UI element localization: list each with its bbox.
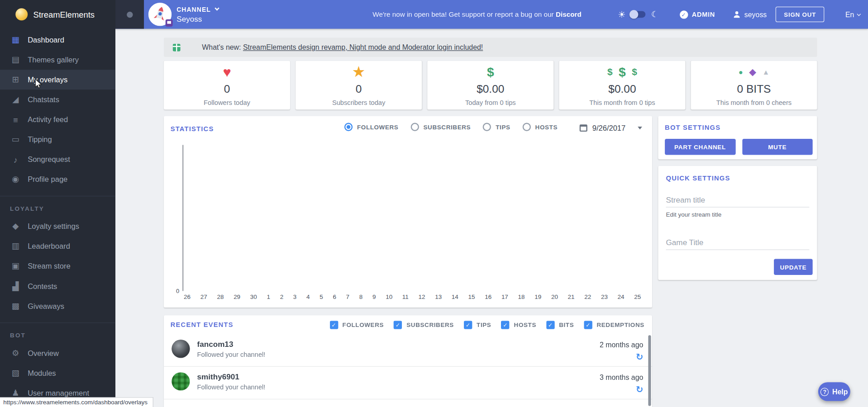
header-actions: ☀ ☾ ✓ ADMIN seyoss SIGN OUT En: [618, 7, 868, 22]
x-tick-label: 28: [217, 293, 224, 300]
x-tick-label: 3: [293, 293, 296, 300]
sidebar-item[interactable]: ◉ Profile page: [0, 169, 115, 189]
event-filter-checkbox[interactable]: TIPS: [464, 321, 491, 329]
x-tick-label: 29: [234, 293, 240, 300]
x-tick-label: 27: [200, 293, 207, 300]
update-button[interactable]: UPDATE: [774, 259, 813, 274]
language-selector[interactable]: En: [845, 10, 860, 19]
event-filter-checkbox[interactable]: BITS: [546, 321, 574, 329]
user-menu[interactable]: seyoss: [733, 10, 767, 19]
chevron-down-icon: [215, 6, 219, 10]
streamelements-logo[interactable]: StreamElements: [0, 0, 115, 29]
sidebar-item[interactable]: ▤ Themes gallery: [0, 50, 115, 70]
checkbox-icon: [501, 321, 509, 329]
sidebar-item[interactable]: ◢ Chatstats: [0, 90, 115, 109]
event-description: Followed your channel!: [197, 383, 265, 391]
event-row: fancom13 Followed your channel! 2 months…: [164, 334, 652, 367]
x-tick-label: 25: [634, 293, 641, 300]
sidebar-item[interactable]: ▣ Stream store: [0, 256, 115, 276]
x-tick-label: 6: [333, 293, 336, 300]
stream-title-input[interactable]: [666, 192, 810, 207]
sidebar-item[interactable]: ◆ Loyalty settings: [0, 216, 115, 236]
whats-new-banner: What's new: StreamElements design revamp…: [164, 38, 817, 57]
sidebar-item[interactable]: ▩ Giveaways: [0, 296, 115, 316]
sidebar-item[interactable]: ⚙ Overview: [0, 343, 115, 363]
sidebar-item[interactable]: ▦ Dashboard: [0, 30, 115, 50]
radio-button-icon: [344, 123, 353, 131]
bit-green-icon: ●: [739, 68, 743, 76]
date-picker-value: 9/26/2017: [592, 124, 625, 132]
event-filter-checkbox[interactable]: SUBSCRIBERS: [394, 321, 454, 329]
sidebar-item[interactable]: ♪ Songrequest: [0, 149, 115, 169]
recent-events-header: RECENT EVENTS FOLLOWERS SUBSCRIBERS TIPS: [164, 315, 652, 334]
beta-text: We're now in open beta! Get support or r…: [372, 10, 556, 18]
x-tick-label: 1: [267, 293, 270, 300]
sidebar-item[interactable]: ⊞ My overlays: [0, 70, 115, 90]
sidebar: StreamElements ▦ Dashboard ▤ Themes gall…: [0, 0, 115, 407]
sidebar-section-items: ⚙ Overview ▧ Modules ♟ User management: [0, 343, 115, 402]
moon-icon: ☾: [651, 9, 658, 19]
part-channel-button[interactable]: PART CHANNEL: [665, 139, 735, 155]
sidebar-item[interactable]: ≡ Activity feed: [0, 109, 115, 129]
sidebar-item-label: Loyalty settings: [28, 222, 79, 230]
channel-selector[interactable]: CHANNEL Seyoss: [148, 3, 219, 26]
admin-button[interactable]: ✓ ADMIN: [680, 10, 715, 19]
whats-new-link[interactable]: StreamElements design revamp, Night mode…: [243, 43, 483, 51]
dollar-small-icon: $: [632, 67, 637, 77]
event-filter-checkbox[interactable]: HOSTS: [501, 321, 536, 329]
chevron-down-icon: [857, 12, 861, 16]
series-radio-label: FOLLOWERS: [357, 123, 398, 130]
x-tick-label: 18: [518, 293, 525, 300]
help-label: Help: [832, 388, 848, 396]
statistics-panel: STATISTICS FOLLOWERS SUBSCRIBERS TIPS HO…: [164, 116, 652, 308]
replay-event-icon[interactable]: ↻: [636, 352, 643, 362]
event-filter-label: TIPS: [477, 322, 491, 328]
stat-card-icons: ★: [352, 64, 366, 80]
series-radio-option[interactable]: TIPS: [483, 123, 510, 131]
x-tick-label: 21: [568, 293, 575, 300]
date-picker[interactable]: 9/26/2017: [580, 124, 642, 132]
x-tick-label: 10: [386, 293, 392, 300]
avatar-fancom13: [172, 340, 190, 358]
event-filter-checkbox[interactable]: FOLLOWERS: [329, 321, 384, 329]
chart-x-axis-labels: 2627282930123456789101112131415161718192…: [184, 293, 641, 300]
x-tick-label: 23: [601, 293, 608, 300]
question-mark-icon: ?: [820, 388, 829, 396]
checkbox-icon: [464, 321, 472, 329]
event-filter-label: BITS: [559, 322, 574, 328]
events-scrollbar-thumb[interactable]: [648, 335, 651, 406]
sidebar-item[interactable]: ▭ Tipping: [0, 129, 115, 149]
replay-event-icon[interactable]: ↻: [636, 384, 643, 395]
x-tick-label: 4: [306, 293, 310, 300]
sidebar-sections: LOYALTY ◆ Loyalty settings ▥ Leaderboard…: [0, 196, 115, 402]
help-button[interactable]: ? Help: [818, 382, 850, 401]
stat-card: $$$ $0.00 This month from 0 tips: [559, 61, 685, 110]
series-radio-label: SUBSCRIBERS: [423, 123, 471, 130]
event-username: smithy6901: [197, 372, 265, 381]
sidebar-section-title: LOYALTY: [0, 196, 115, 216]
series-radio-option[interactable]: SUBSCRIBERS: [410, 123, 471, 131]
theme-toggle[interactable]: [631, 11, 646, 18]
sign-out-button[interactable]: SIGN OUT: [776, 7, 825, 22]
stream-store-icon: ▣: [10, 261, 21, 271]
stat-card-value: 0: [224, 83, 230, 95]
discord-link[interactable]: Discord: [556, 10, 582, 18]
sidebar-item[interactable]: ▟ Contests: [0, 276, 115, 296]
songrequest-icon: ♪: [10, 155, 21, 164]
event-filter-label: FOLLOWERS: [343, 322, 384, 328]
sidebar-item[interactable]: ▧ Modules: [0, 363, 115, 383]
mute-button[interactable]: MUTE: [742, 139, 813, 155]
sidebar-item[interactable]: ▥ Leaderboard: [0, 236, 115, 256]
tipping-icon: ▭: [10, 134, 21, 144]
series-radio-option[interactable]: HOSTS: [522, 123, 558, 131]
event-filter-checkbox[interactable]: REDEMPTIONS: [584, 321, 644, 329]
dashboard-icon: ▦: [10, 35, 21, 45]
chart-y-zero-label: 0: [176, 288, 179, 294]
sidebar-item-label: Modules: [28, 369, 56, 377]
event-info: smithy6901 Followed your channel!: [197, 372, 265, 391]
series-radio-option[interactable]: FOLLOWERS: [344, 123, 399, 131]
sidebar-item-label: Songrequest: [28, 155, 70, 163]
game-title-input[interactable]: [666, 235, 810, 250]
recent-events-list: fancom13 Followed your channel! 2 months…: [164, 334, 652, 407]
chatstats-icon: ◢: [10, 95, 21, 104]
